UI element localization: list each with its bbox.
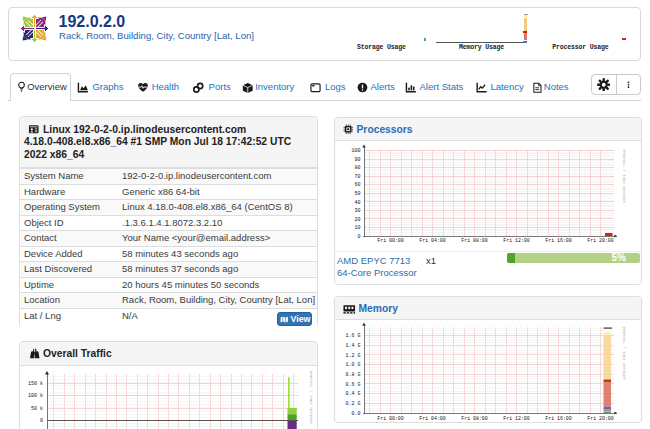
svg-text:40: 40	[354, 200, 360, 206]
svg-text:RRDTOOL / TOBI OETIKER: RRDTOOL / TOBI OETIKER	[309, 371, 313, 424]
svg-text:Fri 04:00: Fri 04:00	[419, 238, 445, 243]
svg-text:Fri 12:00: Fri 12:00	[503, 416, 529, 421]
svg-text:Fri 04:00: Fri 04:00	[419, 416, 445, 421]
svg-text:Fri 00:00: Fri 00:00	[377, 238, 403, 243]
svg-text:150 k: 150 k	[28, 381, 43, 387]
svg-text:Fri 08:00: Fri 08:00	[461, 416, 487, 421]
svg-text:Fri 08:00: Fri 08:00	[461, 238, 487, 243]
svg-text:90: 90	[354, 157, 360, 163]
svg-text:0: 0	[40, 418, 43, 424]
svg-text:80: 80	[354, 165, 360, 171]
svg-text:Fri 16:00: Fri 16:00	[545, 238, 571, 243]
svg-text:10: 10	[354, 225, 360, 231]
svg-text:Fri 20:00: Fri 20:00	[587, 238, 613, 243]
svg-text:30: 30	[354, 208, 360, 214]
svg-text:100: 100	[351, 148, 360, 154]
svg-text:0.6 G: 0.6 G	[345, 382, 360, 388]
svg-text:RRDTOOL / TOBI OETIKER: RRDTOOL / TOBI OETIKER	[622, 327, 626, 380]
svg-text:0.2 G: 0.2 G	[345, 401, 360, 407]
svg-text:RRDTOOL / TOBI OETIKER: RRDTOOL / TOBI OETIKER	[622, 150, 626, 203]
svg-text:70: 70	[354, 174, 360, 180]
svg-text:0: 0	[357, 234, 360, 240]
svg-text:0.0: 0.0	[351, 411, 360, 417]
svg-text:1.2 G: 1.2 G	[345, 353, 360, 359]
svg-text:Fri 20:00: Fri 20:00	[587, 416, 613, 421]
svg-text:0.4 G: 0.4 G	[345, 391, 360, 397]
svg-text:1.6 G: 1.6 G	[345, 333, 360, 339]
svg-text:1.4 G: 1.4 G	[345, 343, 360, 349]
svg-text:1.0 G: 1.0 G	[345, 362, 360, 368]
svg-text:50 k: 50 k	[31, 406, 43, 412]
svg-text:20: 20	[354, 217, 360, 223]
svg-text:0.8 G: 0.8 G	[345, 372, 360, 378]
svg-text:Fri 12:00: Fri 12:00	[503, 238, 529, 243]
svg-text:50: 50	[354, 191, 360, 197]
svg-text:60: 60	[354, 182, 360, 188]
svg-text:100 k: 100 k	[28, 393, 43, 399]
svg-text:Fri 00:00: Fri 00:00	[377, 416, 403, 421]
svg-text:Fri 16:00: Fri 16:00	[545, 416, 571, 421]
